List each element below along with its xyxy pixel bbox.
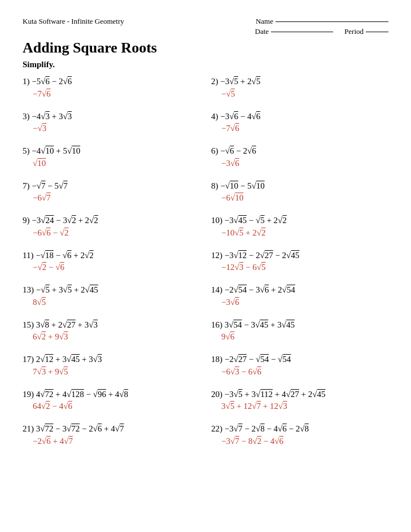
header-row: Kuta Software - Infinite Geometry Name D… — [23, 17, 388, 36]
page-title: Adding Square Roots — [23, 40, 388, 56]
problem-num: 9) — [23, 216, 30, 225]
problem-item: 5) −4√10 + 5√10√10 — [23, 145, 200, 169]
problem-num: 6) — [211, 146, 218, 155]
problem-answer: −√2 − √6 — [23, 261, 200, 273]
name-line: Name — [256, 17, 388, 26]
problem-num: 21) — [23, 424, 34, 433]
problem-answer: −2√6 + 4√7 — [23, 435, 200, 447]
problem-num: 22) — [211, 424, 222, 433]
problem-item: 11) −√18 − √6 + 2√2−√2 − √6 — [23, 249, 200, 274]
problem-num: 10) — [211, 216, 222, 225]
problem-item: 1) −5√6 − 2√6−7√6 — [23, 75, 200, 100]
problem-num: 4) — [211, 112, 218, 121]
problem-num: 7) — [23, 181, 30, 190]
problem-answer: −3√7 − 8√2 − 4√6 — [211, 435, 388, 447]
header-right: Name Date Period — [255, 17, 389, 36]
problem-item: 15) 3√8 + 2√27 + 3√36√2 + 9√3 — [23, 319, 200, 343]
problem-item: 20) −3√5 + 3√112 + 4√27 + 2√453√5 + 12√7… — [211, 388, 388, 413]
problem-item: 16) 3√54 − 3√45 + 3√459√6 — [211, 319, 388, 343]
problem-num: 1) — [23, 77, 30, 86]
problem-answer: 9√6 — [211, 331, 388, 343]
problem-question: 15) 3√8 + 2√27 + 3√3 — [23, 319, 200, 332]
problem-answer: 7√3 + 9√5 — [23, 366, 200, 378]
problem-question: 2) −3√5 + 2√5 — [211, 75, 388, 88]
problem-question: 5) −4√10 + 5√10 — [23, 145, 200, 158]
problem-num: 17) — [23, 355, 34, 364]
problem-item: 19) 4√72 + 4√128 − √96 + 4√864√2 − 4√6 — [23, 388, 200, 413]
problem-answer: −6√7 — [23, 192, 200, 204]
problem-answer: 3√5 + 12√7 + 12√3 — [211, 400, 388, 412]
problem-question: 21) 3√72 − 3√72 − 2√6 + 4√7 — [23, 422, 200, 435]
problem-question: 8) −√10 − 5√10 — [211, 180, 388, 193]
problem-question: 9) −3√24 − 3√2 + 2√2 — [23, 214, 200, 227]
problem-item: 22) −3√7 − 2√8 − 4√6 − 2√8−3√7 − 8√2 − 4… — [211, 422, 388, 447]
problem-num: 12) — [211, 251, 222, 260]
problem-item: 14) −2√54 − 3√6 + 2√54−3√6 — [211, 284, 388, 308]
problem-item: 12) −3√12 − 2√27 − 2√45−12√3 − 6√5 — [211, 249, 388, 274]
problem-question: 11) −√18 − √6 + 2√2 — [23, 249, 200, 262]
problem-answer: 6√2 + 9√3 — [23, 331, 200, 343]
problem-question: 12) −3√12 − 2√27 − 2√45 — [211, 249, 388, 262]
problem-question: 6) −√6 − 2√6 — [211, 145, 388, 158]
problem-item: 3) −4√3 + 3√3−√3 — [23, 110, 200, 135]
problem-num: 20) — [211, 390, 222, 399]
problem-question: 4) −3√6 − 4√6 — [211, 110, 388, 123]
problem-item: 18) −2√27 − √54 − √54−6√3 − 6√6 — [211, 353, 388, 378]
problem-answer: −3√6 — [211, 296, 388, 308]
problem-item: 13) −√5 + 3√5 + 2√458√5 — [23, 284, 200, 308]
problem-question: 16) 3√54 − 3√45 + 3√45 — [211, 319, 388, 332]
date-period: Date Period — [255, 27, 389, 36]
problem-answer: −3√6 — [211, 158, 388, 169]
problem-answer: −7√6 — [23, 88, 200, 100]
problem-num: 11) — [23, 251, 33, 260]
software-label: Kuta Software - Infinite Geometry — [23, 17, 124, 26]
problem-num: 19) — [23, 390, 34, 399]
problem-num: 18) — [211, 355, 222, 364]
problem-answer: −6√10 — [211, 192, 388, 204]
problem-answer: √10 — [23, 158, 200, 169]
problem-num: 15) — [23, 320, 34, 329]
problem-question: 13) −√5 + 3√5 + 2√45 — [23, 284, 200, 296]
problems-grid: 1) −5√6 − 2√6−7√62) −3√5 + 2√5−√53) −4√3… — [23, 75, 388, 457]
problem-question: 19) 4√72 + 4√128 − √96 + 4√8 — [23, 388, 200, 401]
problem-question: 3) −4√3 + 3√3 — [23, 110, 200, 123]
period-underline — [366, 32, 388, 32]
date-line: Date — [255, 27, 334, 36]
problem-answer: −√5 — [211, 88, 388, 100]
problem-item: 8) −√10 − 5√10−6√10 — [211, 180, 388, 204]
problem-num: 5) — [23, 146, 30, 155]
period-label: Period — [344, 27, 364, 36]
problem-question: 18) −2√27 − √54 − √54 — [211, 353, 388, 366]
problem-answer: 8√5 — [23, 296, 200, 308]
problem-num: 14) — [211, 285, 222, 294]
problem-answer: −6√3 − 6√6 — [211, 366, 388, 378]
name-label: Name — [256, 17, 273, 26]
problem-question: 10) −3√45 − √5 + 2√2 — [211, 214, 388, 227]
problem-answer: −6√6 − √2 — [23, 227, 200, 239]
problem-num: 2) — [211, 77, 218, 86]
problem-item: 6) −√6 − 2√6−3√6 — [211, 145, 388, 169]
date-label: Date — [255, 27, 269, 36]
problem-item: 4) −3√6 − 4√6−7√6 — [211, 110, 388, 135]
instruction: Simplify. — [23, 60, 388, 69]
problem-item: 17) 2√12 + 3√45 + 3√37√3 + 9√5 — [23, 353, 200, 378]
problem-item: 2) −3√5 + 2√5−√5 — [211, 75, 388, 100]
problem-answer: −√3 — [23, 123, 200, 134]
problem-item: 21) 3√72 − 3√72 − 2√6 + 4√7−2√6 + 4√7 — [23, 422, 200, 447]
problem-num: 8) — [211, 181, 218, 190]
problem-answer: 64√2 − 4√6 — [23, 400, 200, 412]
date-underline — [271, 32, 333, 32]
problem-question: 1) −5√6 − 2√6 — [23, 75, 200, 88]
problem-item: 10) −3√45 − √5 + 2√2−10√5 + 2√2 — [211, 214, 388, 239]
problem-question: 7) −√7 − 5√7 — [23, 180, 200, 193]
name-underline — [276, 21, 388, 22]
problem-num: 13) — [23, 285, 34, 294]
problem-question: 17) 2√12 + 3√45 + 3√3 — [23, 353, 200, 366]
problem-answer: −10√5 + 2√2 — [211, 227, 388, 239]
problem-answer: −7√6 — [211, 123, 388, 134]
problem-num: 16) — [211, 320, 222, 329]
problem-question: 20) −3√5 + 3√112 + 4√27 + 2√45 — [211, 388, 388, 401]
period-line: Period — [344, 27, 388, 36]
problem-num: 3) — [23, 112, 30, 121]
problem-item: 9) −3√24 − 3√2 + 2√2−6√6 − √2 — [23, 214, 200, 239]
